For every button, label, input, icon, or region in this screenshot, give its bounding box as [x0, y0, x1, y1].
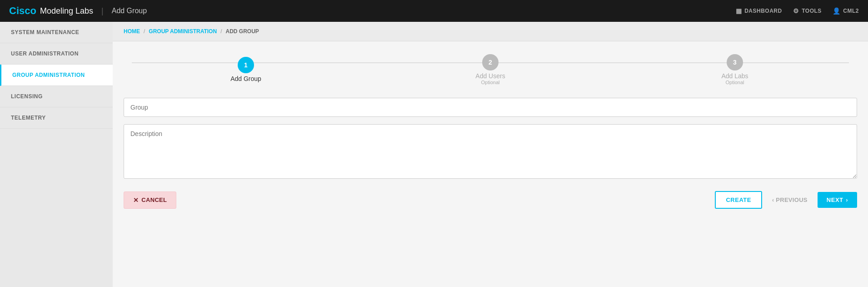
group-input[interactable] [124, 98, 857, 117]
step-2-labels: Add Users Optional [475, 72, 505, 85]
step-3-sublabel: Optional [726, 80, 744, 85]
sidebar-label-licensing: LICENSING [11, 93, 43, 100]
brand-cisco: Cisco [9, 5, 36, 17]
step-2-sublabel: Optional [481, 80, 500, 85]
header: Cisco Modeling Labs | Add Group ▦ DASHBO… [0, 0, 868, 22]
step-2-circle: 2 [482, 54, 499, 70]
sidebar-item-telemetry[interactable]: TELEMETRY [0, 107, 113, 129]
breadcrumb-sep-2: / [220, 28, 222, 35]
cancel-button[interactable]: ✕ CANCEL [124, 191, 176, 209]
sidebar-label-telemetry: TELEMETRY [11, 115, 46, 121]
main-content: HOME / GROUP ADMINISTRATION / ADD GROUP … [113, 22, 868, 287]
cancel-x-icon: ✕ [133, 196, 139, 204]
sidebar-label-user-administration: USER ADMINISTRATION [11, 50, 79, 57]
header-separator: | [101, 6, 104, 16]
stepper: 1 Add Group 2 Add Users Optional [124, 54, 857, 85]
tools-label: TOOLS [802, 8, 822, 14]
step-2-label: Add Users [475, 72, 505, 80]
sidebar-label-group-administration: GROUP ADMINISTRATION [12, 72, 85, 78]
dashboard-label: DASHBOARD [744, 8, 782, 14]
user-nav[interactable]: 👤 CML2 [833, 7, 859, 15]
next-label: NEXT [827, 196, 843, 203]
layout: SYSTEM MAINTENANCE USER ADMINISTRATION G… [0, 22, 868, 287]
step-3-circle: 3 [727, 54, 743, 70]
step-2-number: 2 [489, 59, 492, 66]
step-3-number: 3 [733, 59, 737, 66]
dashboard-icon: ▦ [736, 7, 742, 15]
brand-modeling: Modeling Labs [40, 6, 93, 16]
action-right: CREATE ‹ PREVIOUS NEXT › [715, 191, 857, 209]
step-3-label: Add Labs [721, 72, 748, 80]
step-1-circle: 1 [238, 57, 254, 73]
sidebar-item-group-administration[interactable]: GROUP ADMINISTRATION [0, 65, 113, 86]
header-right: ▦ DASHBOARD ⚙ TOOLS 👤 CML2 [736, 7, 859, 15]
step-1-number: 1 [244, 61, 248, 69]
sidebar: SYSTEM MAINTENANCE USER ADMINISTRATION G… [0, 22, 113, 287]
tools-nav[interactable]: ⚙ TOOLS [793, 7, 822, 15]
step-1-label: Add Group [230, 75, 261, 82]
description-field-group [124, 124, 857, 180]
breadcrumb-sep-1: / [144, 28, 145, 35]
step-3-labels: Add Labs Optional [721, 72, 748, 85]
header-page-title: Add Group [112, 7, 147, 15]
next-button[interactable]: NEXT › [818, 192, 857, 208]
previous-button[interactable]: ‹ PREVIOUS [766, 192, 814, 208]
dashboard-nav[interactable]: ▦ DASHBOARD [736, 7, 782, 15]
previous-label: PREVIOUS [776, 196, 808, 203]
breadcrumb-current: ADD GROUP [225, 28, 259, 35]
step-1-labels: Add Group [230, 75, 261, 82]
breadcrumb-group-admin[interactable]: GROUP ADMINISTRATION [149, 28, 217, 35]
group-field-group [124, 98, 857, 117]
user-label: CML2 [843, 8, 859, 14]
cancel-label: CANCEL [141, 196, 167, 203]
sidebar-item-user-administration[interactable]: USER ADMINISTRATION [0, 43, 113, 65]
form-container: 1 Add Group 2 Add Users Optional [113, 41, 868, 222]
create-label: CREATE [726, 196, 751, 203]
description-textarea[interactable] [124, 124, 857, 179]
user-icon: 👤 [833, 7, 841, 15]
chevron-right-icon: › [846, 197, 848, 203]
breadcrumb: HOME / GROUP ADMINISTRATION / ADD GROUP [113, 22, 868, 41]
step-2: 2 Add Users Optional [368, 54, 613, 85]
action-bar: ✕ CANCEL CREATE ‹ PREVIOUS NEXT › [124, 191, 857, 209]
header-left: Cisco Modeling Labs | Add Group [9, 5, 147, 17]
step-3: 3 Add Labs Optional [613, 54, 857, 85]
sidebar-label-system-maintenance: SYSTEM MAINTENANCE [11, 29, 79, 35]
chevron-left-icon: ‹ [772, 197, 774, 203]
create-button[interactable]: CREATE [715, 191, 762, 209]
breadcrumb-home[interactable]: HOME [124, 28, 140, 35]
sidebar-item-system-maintenance[interactable]: SYSTEM MAINTENANCE [0, 22, 113, 43]
tools-icon: ⚙ [793, 7, 799, 15]
sidebar-item-licensing[interactable]: LICENSING [0, 86, 113, 107]
step-1: 1 Add Group [124, 57, 368, 82]
